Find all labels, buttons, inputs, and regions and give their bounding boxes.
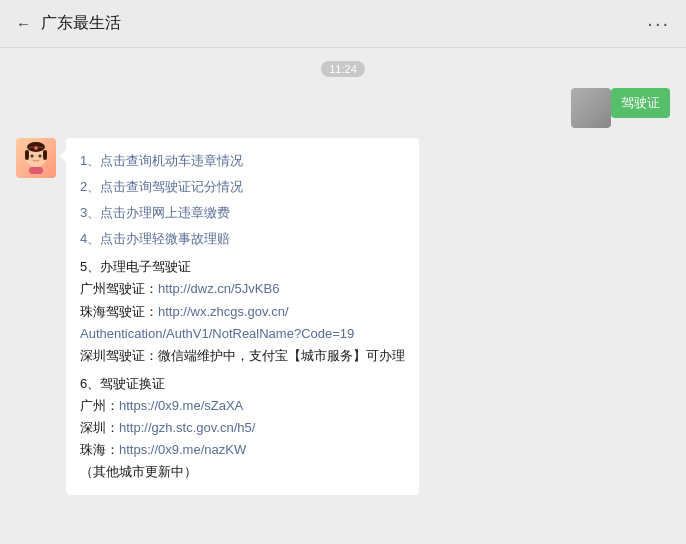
section-1: 1、点击查询机动车违章情况 — [80, 150, 405, 172]
link-traffic-violation[interactable]: 1、点击查询机动车违章情况 — [80, 153, 243, 168]
link-sz-renew[interactable]: http://gzh.stc.gov.cn/h5/ — [119, 420, 255, 435]
user-bubble: 驾驶证 — [611, 88, 670, 118]
back-arrow-icon: ← — [16, 15, 31, 32]
user-message-row: 驾驶证 — [16, 88, 670, 128]
section-5-block: 5、办理电子驾驶证 广州驾驶证：http://dwz.cn/5JvKB6 珠海驾… — [80, 256, 405, 366]
link-gz-renew[interactable]: https://0x9.me/sZaXA — [119, 398, 243, 413]
section-5-title: 5、办理电子驾驶证 — [80, 256, 405, 278]
bot-avatar — [16, 138, 56, 178]
link-zh-renew[interactable]: https://0x9.me/nazKW — [119, 442, 246, 457]
section-6-shenzhen: 深圳：http://gzh.stc.gov.cn/h5/ — [80, 417, 405, 439]
link-zh-elicense[interactable]: http://wx.zhcgs.gov.cn/Authentication/Au… — [80, 304, 354, 341]
svg-point-7 — [40, 158, 44, 160]
section-2: 2、点击查询驾驶证记分情况 — [80, 176, 405, 198]
link-fine-payment[interactable]: 3、点击办理网上违章缴费 — [80, 205, 230, 220]
section-4: 4、点击办理轻微事故理赔 — [80, 228, 405, 250]
svg-point-6 — [28, 158, 32, 160]
section-6-title: 6、驾驶证换证 — [80, 373, 405, 395]
chat-area: 11:24 驾驶证 — [0, 48, 686, 544]
section-6-guangzhou: 广州：https://0x9.me/sZaXA — [80, 395, 405, 417]
section-6-note: （其他城市更新中） — [80, 461, 405, 483]
section-5-guangzhou: 广州驾驶证：http://dwz.cn/5JvKB6 — [80, 278, 405, 300]
section-6-block: 6、驾驶证换证 广州：https://0x9.me/sZaXA 深圳：http:… — [80, 373, 405, 483]
svg-rect-8 — [29, 167, 43, 174]
back-button[interactable]: ← 广东最生活 — [16, 13, 121, 34]
link-license-score[interactable]: 2、点击查询驾驶证记分情况 — [80, 179, 243, 194]
bot-message-content: 1、点击查询机动车违章情况 2、点击查询驾驶证记分情况 3、点击办理网上违章缴费… — [66, 138, 419, 495]
section-3: 3、点击办理网上违章缴费 — [80, 202, 405, 224]
svg-point-9 — [34, 146, 38, 150]
user-message-tag: 驾驶证 — [611, 88, 670, 118]
section-5-shenzhen: 深圳驾驶证：微信端维护中，支付宝【城市服务】可办理 — [80, 345, 405, 367]
user-avatar — [571, 88, 611, 128]
svg-point-4 — [31, 155, 34, 158]
link-gz-elicense[interactable]: http://dwz.cn/5JvKB6 — [158, 281, 279, 296]
svg-point-5 — [39, 155, 42, 158]
section-5-zhuhai: 珠海驾驶证：http://wx.zhcgs.gov.cn/Authenticat… — [80, 301, 405, 345]
section-6-zhuhai: 珠海：https://0x9.me/nazKW — [80, 439, 405, 461]
bot-message-row: 1、点击查询机动车违章情况 2、点击查询驾驶证记分情况 3、点击办理网上违章缴费… — [16, 138, 670, 495]
more-button[interactable]: ··· — [647, 12, 670, 35]
timestamp: 11:24 — [16, 60, 670, 76]
bot-bubble: 1、点击查询机动车违章情况 2、点击查询驾驶证记分情况 3、点击办理网上违章缴费… — [66, 138, 419, 495]
header-title: 广东最生活 — [41, 13, 121, 34]
link-accident-claim[interactable]: 4、点击办理轻微事故理赔 — [80, 231, 230, 246]
header: ← 广东最生活 ··· — [0, 0, 686, 48]
